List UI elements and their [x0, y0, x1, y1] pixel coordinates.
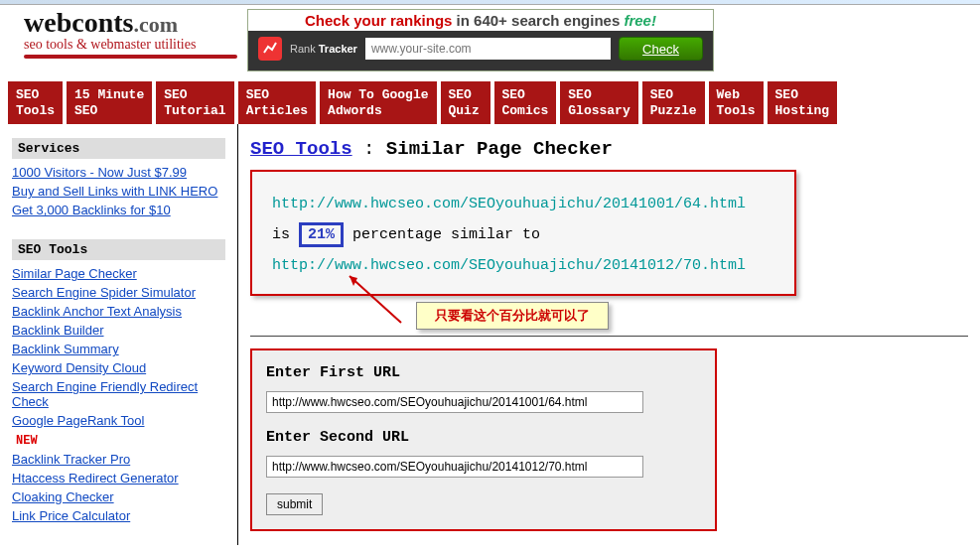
sidebar: Services 1000 Visitors - Now Just $7.99B…: [0, 124, 238, 545]
result-box: http://www.hwcseo.com/SEOyouhuajichu/201…: [250, 170, 796, 296]
divider: [250, 336, 968, 337]
rank-checker-widget: Check your rankings in 640+ search engin…: [247, 9, 714, 71]
first-url-input[interactable]: [266, 391, 643, 413]
check-button[interactable]: Check: [619, 37, 703, 61]
tool-link-2[interactable]: Backlink Anchor Text Analysis: [12, 304, 225, 319]
tool-link-1[interactable]: Search Engine Spider Simulator: [12, 285, 225, 300]
page-title: SEO Tools : Similar Page Checker: [250, 138, 968, 160]
second-url-label: Enter Second URL: [266, 429, 701, 446]
nav-item-4[interactable]: How To Google Adwords: [320, 81, 436, 124]
url-form: Enter First URL Enter Second URL submit: [250, 348, 717, 531]
nav-item-2[interactable]: SEO Tutorial: [156, 81, 233, 124]
nav-item-6[interactable]: SEO Comics: [494, 81, 557, 124]
logo-text: webconts: [24, 7, 133, 38]
tool-link-11[interactable]: Link Price Calculator: [12, 508, 225, 523]
nav-item-8[interactable]: SEO Puzzle: [642, 81, 705, 124]
headline-mid: in 640+ search engines: [452, 12, 624, 29]
nav-item-10[interactable]: SEO Hosting: [768, 81, 838, 124]
logo[interactable]: webconts.com seo tools & webmaster utili…: [24, 9, 237, 59]
tool-link-0[interactable]: Similar Page Checker: [12, 266, 225, 281]
headline-green: free!: [624, 12, 656, 29]
tool-link-8[interactable]: Backlink Tracker Pro: [12, 452, 225, 467]
nav-item-3[interactable]: SEO Articles: [238, 81, 316, 124]
submit-button[interactable]: submit: [266, 493, 323, 515]
nav-item-0[interactable]: SEO Tools: [8, 81, 63, 124]
headline-red: Check your rankings: [305, 12, 452, 29]
first-url-label: Enter First URL: [266, 364, 701, 381]
tool-link-9[interactable]: Htaccess Redirect Generator: [12, 471, 225, 486]
rank-checker-headline: Check your rankings in 640+ search engin…: [248, 10, 713, 31]
nav-item-5[interactable]: SEO Quiz: [441, 81, 490, 124]
result-url-1: http://www.hwcseo.com/SEOyouhuajichu/201…: [272, 196, 774, 212]
annotation-callout: 只要看这个百分比就可以了: [416, 302, 609, 330]
nav-item-9[interactable]: Web Tools: [709, 81, 764, 124]
services-header: Services: [12, 138, 225, 159]
service-link-0[interactable]: 1000 Visitors - Now Just $7.99: [12, 165, 225, 180]
nav-item-7[interactable]: SEO Glossary: [560, 81, 637, 124]
logo-main: webconts.com: [24, 9, 237, 37]
tool-link-6[interactable]: Search Engine Friendly Redirect Check: [12, 379, 225, 409]
tool-link-4[interactable]: Backlink Summary: [12, 342, 225, 356]
breadcrumb-link[interactable]: SEO Tools: [250, 138, 352, 160]
tool-link-10[interactable]: Cloaking Checker: [12, 489, 225, 504]
rank-label: Rank Tracker: [290, 43, 357, 55]
logo-subtitle: seo tools & webmaster utilities: [24, 37, 237, 59]
result-similarity-line: is 21% percentage similar to: [272, 222, 774, 247]
new-badge: NEW: [16, 434, 38, 448]
nav-item-1[interactable]: 15 Minute SEO: [67, 81, 152, 124]
main-nav: SEO Tools15 Minute SEOSEO TutorialSEO Ar…: [0, 81, 980, 124]
header: webconts.com seo tools & webmaster utili…: [0, 5, 980, 81]
rank-tracker-icon: [258, 37, 282, 61]
similarity-percent: 21%: [299, 222, 344, 247]
tool-link-3[interactable]: Backlink Builder: [12, 323, 225, 338]
page-title-text: Similar Page Checker: [386, 138, 613, 160]
second-url-input[interactable]: [266, 456, 643, 478]
rank-site-input[interactable]: [365, 38, 611, 60]
content: SEO Tools : Similar Page Checker http://…: [238, 124, 980, 545]
service-link-1[interactable]: Buy and Sell Links with LINK HERO: [12, 184, 225, 199]
tool-link-5[interactable]: Keyword Density Cloud: [12, 360, 225, 375]
logo-ext: .com: [133, 12, 178, 37]
result-url-2: http://www.hwcseo.com/SEOyouhuajichu/201…: [272, 257, 774, 274]
seo-tools-header: SEO Tools: [12, 239, 225, 260]
tool-link-7[interactable]: Google PageRank Tool: [12, 413, 225, 428]
service-link-2[interactable]: Get 3,000 Backlinks for $10: [12, 203, 225, 217]
annotation-arrow-icon: [342, 268, 411, 328]
